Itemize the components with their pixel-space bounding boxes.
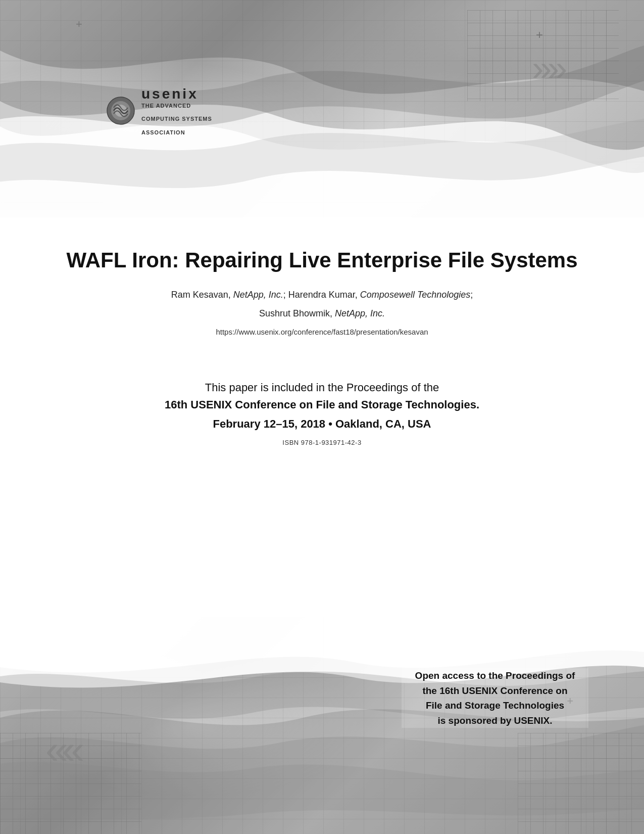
bottom-background: + «« Open access to the Proceedings of t…	[0, 617, 644, 834]
open-access-text: Open access to the Proceedings of the 16…	[402, 668, 588, 728]
top-wave	[0, 0, 644, 217]
tagline-line2: COMPUTING SYSTEMS	[141, 115, 212, 122]
open-access-line2: the 16th USENIX Conference on	[422, 685, 567, 696]
top-background: + + »»	[0, 0, 644, 217]
open-access-box: Open access to the Proceedings of the 16…	[402, 668, 588, 728]
authors-line2: Sushrut Bhowmik, NetApp, Inc.	[40, 306, 604, 321]
proceedings-intro-text: This paper is included in the Proceeding…	[51, 379, 593, 413]
right-chevrons: »»	[532, 48, 563, 88]
conference-name: 16th USENIX Conference on File and Stora…	[165, 398, 479, 411]
open-access-line1: Open access to the Proceedings of	[415, 670, 575, 681]
tagline-line1: THE ADVANCED	[141, 102, 212, 109]
open-access-line4: is sponsored by USENIX.	[438, 715, 553, 726]
usenix-name: usenix	[141, 86, 212, 102]
open-access-line3: File and Storage Technologies	[426, 700, 564, 711]
bottom-left-chevrons: ««	[45, 727, 78, 773]
usenix-logo-icon	[106, 96, 135, 125]
paper-title: WAFL Iron: Repairing Live Enterprise Fil…	[40, 248, 604, 273]
authors-line1: Ram Kesavan, NetApp, Inc.; Harendra Kuma…	[40, 287, 604, 303]
paper-url: https://www.usenix.org/conference/fast18…	[40, 328, 604, 336]
usenix-tagline: THE ADVANCED COMPUTING SYSTEMS ASSOCIATI…	[141, 102, 212, 136]
usenix-logo-text: usenix THE ADVANCED COMPUTING SYSTEMS AS…	[141, 86, 212, 136]
tagline-line3: ASSOCIATION	[141, 129, 212, 136]
isbn: ISBN 978-1-931971-42-3	[51, 439, 593, 446]
paper-info: WAFL Iron: Repairing Live Enterprise Fil…	[0, 217, 644, 336]
proceedings-info: This paper is included in the Proceeding…	[0, 379, 644, 446]
proceedings-intro: This paper is included in the Proceeding…	[205, 381, 439, 394]
usenix-logo: usenix THE ADVANCED COMPUTING SYSTEMS AS…	[106, 86, 212, 136]
date-location: February 12–15, 2018 • Oakland, CA, USA	[51, 418, 593, 431]
